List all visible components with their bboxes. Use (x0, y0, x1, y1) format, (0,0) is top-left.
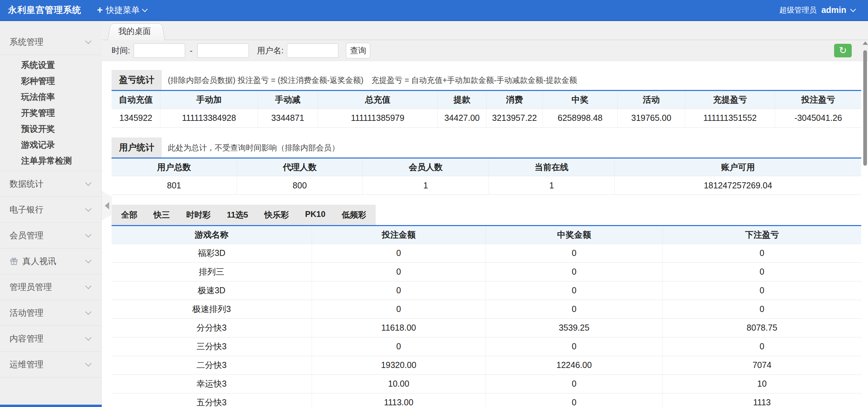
sidebar-group-member-management[interactable]: 会员管理 (0, 223, 101, 248)
column-header: 游戏名称 (112, 226, 312, 244)
vertical-scrollbar[interactable] (862, 21, 868, 407)
sidebar-item-draw-management[interactable]: 开奖管理 (0, 105, 101, 121)
sidebar-group-data-statistics[interactable]: 数据统计 (0, 171, 101, 197)
sidebar-group-label: 管理员管理 (9, 281, 52, 293)
game-tab-dipincai[interactable]: 低频彩 (342, 209, 366, 220)
column-header: 用户总数 (112, 159, 237, 176)
chevron-down-icon (85, 180, 91, 186)
column-header: 提款 (438, 91, 487, 109)
chevron-down-icon (85, 38, 91, 44)
table-cell: 7074 (663, 356, 861, 374)
game-tab-kuailecai[interactable]: 快乐彩 (264, 209, 289, 220)
table-cell: 1345922 (112, 109, 160, 127)
chevron-down-icon (142, 6, 147, 12)
chevron-down-icon (85, 334, 91, 340)
table-cell: 3344871 (258, 109, 318, 127)
sidebar-group-e-banking[interactable]: 电子银行 (0, 197, 101, 223)
table-cell: 三分快3 (112, 337, 312, 356)
table-row: 分分快311618.003539.258078.75 (112, 318, 861, 337)
table-row: 五分快31113.0001113 (112, 393, 861, 407)
time-to-input[interactable] (197, 43, 249, 58)
table-row: 二分快319320.0012246.007074 (112, 356, 861, 374)
refresh-button[interactable]: ↻ (834, 44, 852, 57)
tab-label: 我的桌面 (118, 26, 151, 37)
game-tab-pk10[interactable]: PK10 (305, 209, 326, 220)
query-button[interactable]: 查询 (346, 43, 370, 58)
sidebar-item-bet-anomaly-detection[interactable]: 注单异常检测 (0, 153, 101, 169)
table-cell: 0 (486, 393, 663, 407)
scrollbar-thumb[interactable] (863, 50, 867, 166)
table-cell: 0 (663, 244, 861, 262)
sidebar-group-system-management[interactable]: 系统管理 (0, 29, 101, 55)
sidebar-group-ops-management[interactable]: 运维管理 (0, 352, 101, 377)
profit-section-note: (排除内部会员数据) 投注盈亏 = (投注消费金额-返奖金额) 充提盈亏 = 自… (168, 75, 577, 90)
table-row: 极速3D000 (112, 281, 861, 300)
user-menu[interactable]: 超级管理员 admin (779, 0, 855, 20)
search-bar: 时间: - 用户名: 查询 ↻ (102, 40, 868, 61)
tab-my-desktop[interactable]: 我的桌面 (107, 21, 165, 40)
table-cell: 181247257269.04 (615, 176, 861, 195)
sidebar-group-label: 会员管理 (9, 230, 43, 241)
column-header: 手动加 (160, 91, 258, 109)
table-cell: 0 (486, 244, 663, 262)
games-table-header-row: 游戏名称投注金额中奖金额下注盈亏 (112, 226, 861, 244)
username: admin (821, 5, 846, 15)
time-from-input[interactable] (134, 43, 185, 58)
time-label: 时间: (112, 45, 130, 56)
sidebar-group-activity-management[interactable]: 活动管理 (0, 300, 101, 326)
table-cell: 0 (312, 244, 486, 262)
table-cell: 0 (486, 374, 663, 393)
username-input[interactable] (287, 43, 338, 58)
dashboard-content: 盈亏统计 (排除内部会员数据) 投注盈亏 = (投注消费金额-返奖金额) 充提盈… (102, 61, 868, 407)
table-row: 极速排列3000 (112, 300, 861, 318)
chevron-down-icon (85, 283, 91, 289)
sidebar-group-content-management[interactable]: 内容管理 (0, 326, 101, 352)
sidebar-group-label: 真人视讯 (22, 256, 56, 267)
plus-icon: + (97, 5, 103, 15)
sidebar-group-live-video[interactable]: 真人视讯 (0, 248, 101, 274)
game-tab-shishicai[interactable]: 时时彩 (186, 209, 211, 220)
sidebar-item-system-settings[interactable]: 系统设置 (0, 57, 101, 73)
table-cell: 0 (486, 337, 663, 356)
table-cell: 极速3D (112, 281, 312, 300)
scroll-up-icon[interactable] (863, 41, 868, 45)
game-tab-kuaisan[interactable]: 快三 (154, 209, 170, 220)
table-cell: 1 (489, 176, 614, 195)
table-cell: 极速排列3 (112, 300, 312, 318)
column-header: 自动充值 (112, 91, 160, 109)
column-header: 活动 (617, 91, 685, 109)
sidebar-group-admin-management[interactable]: 管理员管理 (0, 274, 101, 300)
table-cell: 0 (663, 337, 861, 356)
game-tab-11xuan5[interactable]: 11选5 (227, 209, 248, 220)
user-table: 用户总数代理人数会员人数当前在线账户可用 8018001118124725726… (112, 159, 861, 195)
table-cell: 11618.00 (312, 318, 486, 337)
sidebar-submenu-system: 系统设置 彩种管理 玩法倍率 开奖管理 预设开奖 游戏记录 注单异常检测 (0, 55, 101, 171)
sidebar-bottom-strip (0, 405, 102, 407)
game-tabs-bar: 全部 快三 时时彩 11选5 快乐彩 PK10 低频彩 (112, 205, 861, 226)
sidebar-item-preset-draw[interactable]: 预设开奖 (0, 121, 101, 137)
table-row: 80180011181247257269.04 (112, 176, 861, 195)
table-cell: 0 (486, 281, 663, 300)
table-row: 幸运快310.00010 (112, 374, 861, 393)
sidebar-group-label: 活动管理 (9, 307, 43, 318)
quick-menu-button[interactable]: + 快捷菜单 (97, 4, 147, 16)
profit-table: 自动充值手动加手动减总充值提款消费中奖活动充提盈亏投注盈亏 1345922111… (112, 91, 861, 128)
sidebar-item-game-records[interactable]: 游戏记录 (0, 137, 101, 153)
column-header: 充提盈亏 (685, 91, 775, 109)
sidebar-item-lottery-management[interactable]: 彩种管理 (0, 73, 101, 89)
table-cell: 0 (663, 262, 861, 281)
chevron-down-icon (85, 205, 91, 211)
chevron-down-icon (85, 231, 91, 237)
sidebar-group-label: 系统管理 (9, 36, 43, 48)
column-header: 手动减 (258, 91, 318, 109)
sidebar-group-label: 内容管理 (9, 333, 43, 344)
sidebar-item-play-odds[interactable]: 玩法倍率 (0, 89, 101, 105)
table-cell: 8078.75 (663, 318, 861, 337)
table-cell: 10.00 (312, 374, 486, 393)
sidebar-group-label: 电子银行 (9, 204, 43, 215)
table-cell: 12246.00 (486, 356, 663, 374)
table-cell: 0 (312, 300, 486, 318)
table-cell: 19320.00 (312, 356, 486, 374)
game-tab-all[interactable]: 全部 (121, 209, 137, 220)
table-cell: 0 (486, 300, 663, 318)
